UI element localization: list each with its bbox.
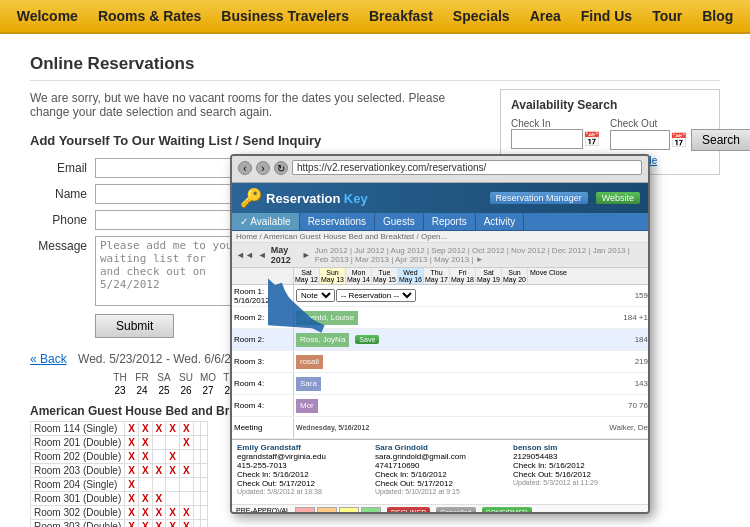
avail-cell: [200, 520, 207, 528]
avail-cell: X: [138, 492, 152, 506]
rk-guest3-name: benson sim: [513, 443, 643, 452]
rk-next-week[interactable]: ►: [302, 250, 311, 260]
checkout-input[interactable]: 5/24/2012: [610, 130, 670, 150]
rk-guest-col-3: benson sim 2129054483 Check In: 5/16/201…: [513, 443, 643, 495]
nav-blog[interactable]: Blog: [702, 8, 733, 24]
nav-tour[interactable]: Tour: [652, 8, 682, 24]
rk-reservation-bar-6[interactable]: Mor: [296, 399, 318, 413]
search-button[interactable]: Search: [691, 129, 750, 151]
cal-day: 26: [176, 385, 196, 396]
rk-title: Reservation: [266, 191, 340, 206]
rk-room-grid-2: OpenId, Louise 184 +1: [294, 307, 648, 328]
nav-specials[interactable]: Specials: [453, 8, 510, 24]
rk-date-header: SatMay 19: [476, 268, 502, 284]
avail-cell: [193, 478, 200, 492]
avail-cell: [193, 506, 200, 520]
rk-guest2-checkin: Check In: 5/16/2012: [375, 470, 505, 479]
rk-decline-button[interactable]: DECLINED: [387, 507, 430, 514]
message-label: Message: [30, 236, 95, 253]
rk-nav-reports[interactable]: Reports: [424, 213, 476, 230]
nav-rooms-rates[interactable]: Rooms & Rates: [98, 8, 201, 24]
rk-nav-activity[interactable]: Activity: [476, 213, 525, 230]
color-swatch-2[interactable]: [317, 507, 337, 514]
rk-nav-guests[interactable]: Guests: [375, 213, 424, 230]
rk-reservation-bar-4[interactable]: rosali: [296, 355, 323, 369]
color-swatch-3[interactable]: [339, 507, 359, 514]
rk-guest2-email: sara.grindold@gmail.com: [375, 452, 505, 461]
rk-guest2-checkout: Check Out: 5/17/2012: [375, 479, 505, 488]
avail-cell: [138, 478, 152, 492]
rk-date-headers: SatMay 12 SunMay 13 MonMay 14 TueMay 15 …: [294, 268, 648, 284]
avail-cell: X: [152, 506, 166, 520]
room-name: Room 303 (Double): [31, 520, 125, 528]
checkin-input[interactable]: 05/23/2012: [511, 129, 583, 149]
nav-find-us[interactable]: Find Us: [581, 8, 632, 24]
rk-manager-button[interactable]: Reservation Manager: [490, 192, 588, 204]
browser-back-button[interactable]: ‹: [238, 161, 252, 175]
rk-guest1-email: egrandstaff@virginia.edu: [237, 452, 367, 461]
cal-day: 24: [132, 385, 152, 396]
rk-website-button[interactable]: Website: [596, 192, 640, 204]
rk-date-header: TueMay 15: [372, 268, 398, 284]
rk-room-grid-5: Sara 143: [294, 373, 648, 394]
rk-room-label-3: Room 2:: [232, 329, 294, 350]
rk-nav-available[interactable]: ✓ Available: [232, 213, 300, 230]
browser-forward-button[interactable]: ›: [256, 161, 270, 175]
avail-cell: [200, 450, 207, 464]
cal-col-mo: MO: [198, 372, 218, 383]
checkout-calendar-icon[interactable]: 📅: [670, 132, 687, 148]
table-row: Room 302 (Double)XXXXX: [31, 506, 208, 520]
rk-note-dropdown[interactable]: Note: [296, 289, 335, 302]
rk-room-row-5: Room 4: Sara 143: [232, 373, 648, 395]
rk-nav-reservations[interactable]: Reservations: [300, 213, 375, 230]
avail-cell: [200, 506, 207, 520]
room-name: Room 201 (Double): [31, 436, 125, 450]
rk-confirmed-button[interactable]: CONFIRMED: [482, 507, 532, 514]
rk-meeting-row: Meeting Wednesday, 5/16/2012 Walker, De: [232, 417, 648, 439]
rk-key-icon: 🔑: [240, 187, 262, 209]
room-name: Room 114 (Single): [31, 422, 125, 436]
color-swatch-4[interactable]: [361, 507, 381, 514]
avail-cell: X: [138, 520, 152, 528]
rk-breadcrumb: Home / American Guest House Bed and Brea…: [232, 231, 648, 243]
rk-calendar-header: SatMay 12 SunMay 13 MonMay 14 TueMay 15 …: [232, 268, 648, 285]
rk-reservation-bar-5[interactable]: Sara: [296, 377, 321, 391]
rk-guest1-checkout: Check Out: 5/17/2012: [237, 479, 367, 488]
nav-area[interactable]: Area: [530, 8, 561, 24]
room-name: Room 202 (Double): [31, 450, 125, 464]
avail-cell: [200, 436, 207, 450]
rk-prev-week[interactable]: ◄: [258, 250, 267, 260]
nav-breakfast[interactable]: Breakfast: [369, 8, 433, 24]
rk-date-header: ThuMay 17: [424, 268, 450, 284]
table-row: Room 301 (Double)XXX: [31, 492, 208, 506]
address-bar[interactable]: https://v2.reservationkey.com/reservatio…: [292, 160, 642, 175]
avail-cell: [200, 478, 207, 492]
checkin-calendar-icon[interactable]: 📅: [583, 131, 600, 147]
rk-save-button[interactable]: Save: [355, 335, 379, 344]
avail-cell: X: [138, 422, 152, 436]
nav-welcome[interactable]: Welcome: [17, 8, 78, 24]
nav-business[interactable]: Business Travelers: [221, 8, 349, 24]
avail-cell: X: [179, 422, 193, 436]
popup-window: ‹ › ↻ https://v2.reservationkey.com/rese…: [230, 154, 650, 514]
room-name: Room 302 (Double): [31, 506, 125, 520]
rk-navigation: ✓ Available Reservations Guests Reports …: [232, 213, 648, 231]
rk-room-row-4: Room 3: rosali 219: [232, 351, 648, 373]
rk-room-label-4: Room 3:: [232, 351, 294, 372]
color-swatch-1[interactable]: [295, 507, 315, 514]
rk-room-label-2: Room 2:: [232, 307, 294, 328]
avail-cell: X: [152, 464, 166, 478]
rk-reservation-dropdown[interactable]: -- Reservation --: [336, 289, 416, 302]
rk-reservation-bar-3[interactable]: Ross, JoyNa: [296, 333, 349, 347]
avail-cell: X: [138, 436, 152, 450]
rk-date-header: SatMay 12: [294, 268, 320, 284]
browser-toolbar: ‹ › ↻ https://v2.reservationkey.com/rese…: [238, 160, 642, 175]
rk-prev-month[interactable]: ◄◄: [236, 250, 254, 260]
rk-room-value-2: 184 +1: [623, 313, 648, 322]
rk-reservation-bar-2[interactable]: OpenId, Louise: [296, 311, 358, 325]
rk-cancelled-button[interactable]: Cancelled: [436, 507, 475, 514]
back-link[interactable]: « Back: [30, 352, 67, 366]
room-name: Room 203 (Double): [31, 464, 125, 478]
submit-button[interactable]: Submit: [95, 314, 174, 338]
browser-refresh-button[interactable]: ↻: [274, 161, 288, 175]
